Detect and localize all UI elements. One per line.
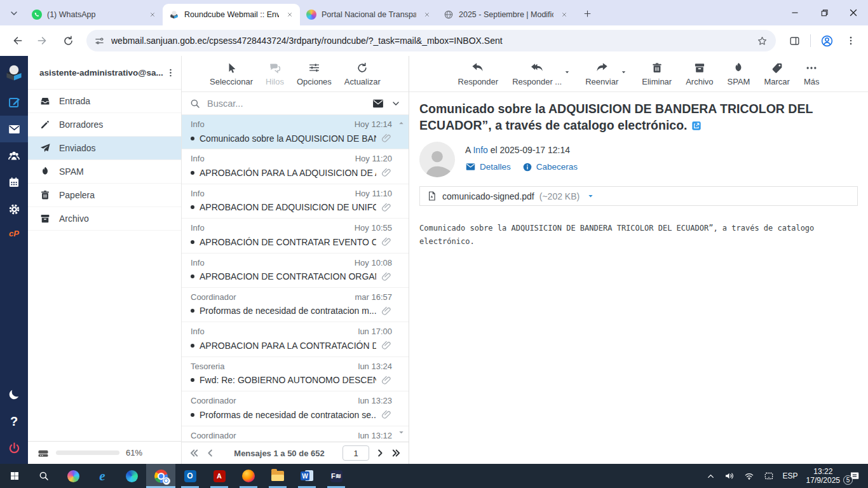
wifi-icon[interactable] [743,470,755,482]
file-explorer-icon[interactable] [263,464,292,488]
logout-button[interactable] [0,435,28,461]
archive-button[interactable]: Archivo [686,60,713,92]
reload-button[interactable] [57,30,79,51]
calendar-nav-button[interactable] [0,169,28,196]
tab-close-icon[interactable] [284,10,295,20]
message-row[interactable]: Infolun 17:00 APROBACION PARA LA CONTRAT… [182,322,409,356]
next-page-button[interactable] [374,447,386,459]
message-row[interactable]: Coordinadorlun 13:23 Proformas de necesi… [182,391,409,426]
clock[interactable]: 13:22 17/9/2025 [806,467,840,485]
internet-explorer-icon[interactable]: e [88,464,117,488]
address-bar[interactable]: webmail.sanjuan.gob.ec/cpsess4728443724/… [86,30,776,51]
mail-nav-button[interactable] [0,116,28,142]
tab-close-icon[interactable] [421,10,432,20]
attachment-name[interactable]: comunicado-signed.pdf [442,191,534,201]
taskbar-search-button[interactable] [29,464,58,488]
page-number-input[interactable]: 1 [342,445,369,461]
reply-all-button[interactable]: Responder ... [512,60,562,86]
side-panel-icon[interactable] [783,30,805,51]
tab-roundcube[interactable]: Roundcube Webmail :: Enviados [163,4,300,25]
url-text[interactable]: webmail.sanjuan.gob.ec/cpsess4728443724/… [111,36,750,46]
folder-archivo[interactable]: Archivo [28,207,181,231]
options-button[interactable]: Opciones [297,60,332,92]
outlook-icon[interactable]: O [175,464,205,488]
copilot-icon[interactable] [58,464,88,488]
forward-button[interactable] [32,30,53,51]
attachment-row[interactable]: comunicado-signed.pdf (~202 KB) [419,186,858,206]
select-button[interactable]: Seleccionar [210,60,253,92]
cpanel-icon[interactable]: cP [9,222,19,244]
back-button[interactable] [6,30,28,51]
scroll-up-icon[interactable] [397,119,405,127]
profile-icon[interactable] [816,30,837,51]
f-app-icon[interactable]: F≋ [322,464,351,488]
chrome-icon[interactable] [146,464,175,488]
acrobat-icon[interactable]: A [205,464,234,488]
firefox-icon[interactable] [234,464,263,488]
threads-button[interactable]: Hilos [266,60,284,92]
tab-search-button[interactable] [5,4,23,22]
mark-button[interactable]: Marcar [764,60,789,92]
delete-button[interactable]: Eliminar [642,60,672,92]
folder-entrada[interactable]: Entrada [28,90,181,113]
prev-page-button[interactable] [205,447,216,459]
tab-portal[interactable]: Portal Nacional de Transparenci [300,4,437,25]
forward-button[interactable]: Reenviar [585,60,618,86]
reply-icon [471,60,485,74]
search-input[interactable] [207,98,365,109]
headers-toggle[interactable]: Cabeceras [522,162,578,172]
browser-menu-icon[interactable] [840,30,862,51]
folder-papelera[interactable]: Papelera [28,184,181,207]
first-page-button[interactable] [188,447,200,459]
search-scope-icon[interactable] [372,97,384,110]
spam-button[interactable]: SPAM [728,60,750,92]
message-row[interactable]: Tesorerialun 13:24 Fwd: Re: GOBIERNO AUT… [182,357,409,391]
tab-close-icon[interactable] [559,10,569,20]
message-row[interactable]: InfoHoy 10:08 APROBACION DE CONTRATACION… [182,254,409,288]
more-button[interactable]: Más [804,60,820,92]
settings-nav-button[interactable] [0,196,28,222]
recipient-link[interactable]: Info [473,145,487,155]
site-settings-icon[interactable] [94,36,105,46]
dark-mode-toggle[interactable] [0,381,28,408]
new-tab-button[interactable] [578,4,596,22]
volume-icon[interactable] [724,470,735,482]
refresh-button[interactable]: Actualizar [344,60,381,92]
help-button[interactable]: ? [0,408,28,435]
tab-septiembre[interactable]: 2025 - Septiembre | Modificar L [437,4,574,25]
restore-button[interactable] [810,0,839,25]
forward-caret-icon[interactable] [620,68,628,76]
tablet-mode-icon[interactable] [763,470,775,482]
message-row[interactable]: InfoHoy 12:14 Comunicado sobre la ADQUIS… [182,115,409,149]
edge-icon[interactable] [117,464,146,488]
search-options-chevron-icon[interactable] [391,98,401,109]
attachment-menu-caret-icon[interactable] [586,191,595,201]
details-toggle[interactable]: Detalles [465,161,511,172]
message-row[interactable]: InfoHoy 11:10 APROBACION DE ADQUISICION … [182,184,409,219]
compose-button[interactable] [0,89,28,116]
minimize-button[interactable] [780,0,810,25]
folder-spam[interactable]: SPAM [28,160,181,184]
hidden-icons-chevron-icon[interactable] [706,471,715,481]
start-button[interactable] [0,464,29,488]
folder-enviados[interactable]: Enviados [28,137,181,160]
message-row[interactable]: InfoHoy 10:55 APROBACIÓN DE CONTRATAR EV… [182,219,409,253]
word-icon[interactable]: W [292,464,322,488]
last-page-button[interactable] [391,447,402,459]
action-center-button[interactable]: 5 [848,470,860,482]
message-row[interactable]: InfoHoy 11:20 APROBACIÓN PARA LA ADQUISI… [182,149,409,184]
reply-button[interactable]: Responder [458,60,499,92]
folder-borradores[interactable]: Borradores [28,113,181,137]
account-menu-icon[interactable] [165,67,176,78]
open-in-new-window-icon[interactable] [691,121,702,131]
close-window-button[interactable] [839,0,868,25]
tab-close-icon[interactable] [147,10,158,20]
bookmark-star-icon[interactable] [756,35,768,47]
reply-all-caret-icon[interactable] [563,68,571,76]
contacts-nav-button[interactable] [0,142,28,169]
language-indicator[interactable]: ESP [783,471,798,480]
message-row[interactable]: Coordinadormar 16:57 Proformas de necesi… [182,288,409,322]
scroll-down-icon[interactable] [397,428,405,437]
tab-whatsapp[interactable]: (1) WhatsApp [25,4,163,25]
message-row[interactable]: Coordinadorlun 13:12 [182,426,409,442]
